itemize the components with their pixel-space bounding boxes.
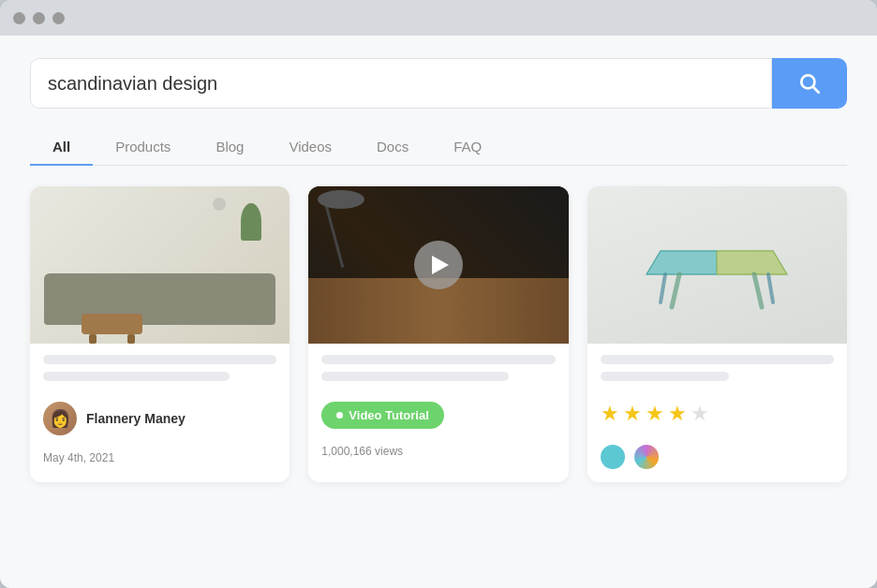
video-tag-label: Video Tutorial — [349, 408, 428, 422]
svg-line-8 — [768, 274, 773, 302]
author-name: Flannery Maney — [86, 411, 186, 426]
card-product[interactable]: ★ ★ ★ ★ ★ — [587, 186, 847, 482]
content-area: All Products Blog Videos Docs FAQ — [0, 36, 877, 588]
svg-marker-4 — [717, 251, 787, 274]
tab-docs[interactable]: Docs — [354, 129, 431, 166]
lamp-decor — [205, 198, 233, 244]
search-icon — [797, 71, 822, 96]
card-2-views-row: 1,000,166 views — [308, 436, 568, 472]
stars-row: ★ ★ ★ ★ ★ — [601, 402, 834, 426]
play-icon — [432, 256, 449, 274]
browser-window: All Products Blog Videos Docs FAQ — [0, 0, 877, 588]
glass-table-svg — [632, 209, 801, 321]
card-2-body — [308, 344, 568, 402]
card-2-line-2 — [321, 372, 508, 381]
card-1-meta: 👩 Flannery Maney — [30, 402, 290, 448]
color-options — [601, 445, 834, 469]
tabs-row: All Products Blog Videos Docs FAQ — [30, 129, 847, 166]
svg-line-7 — [661, 274, 665, 302]
star-4: ★ — [668, 402, 687, 426]
star-3: ★ — [646, 402, 664, 426]
living-room-image — [30, 186, 290, 344]
window-dot-3 — [52, 12, 65, 24]
card-video[interactable]: Video Tutorial 1,000,166 views — [308, 186, 568, 482]
views-count: 1,000,166 views — [321, 445, 403, 458]
star-1: ★ — [601, 402, 619, 426]
search-input-wrapper[interactable] — [30, 58, 772, 109]
window-dot-1 — [13, 12, 25, 24]
card-3-image — [587, 186, 847, 344]
card-3-colors-row — [587, 434, 847, 482]
color-dot-teal[interactable] — [601, 445, 625, 469]
cards-grid: 👩 Flannery Maney May 4th, 2021 — [30, 186, 847, 482]
card-1-line-1 — [43, 355, 276, 364]
card-3-line-2 — [601, 372, 729, 381]
tag-dot — [336, 412, 343, 419]
card-3-line-1 — [601, 355, 834, 364]
tab-faq[interactable]: FAQ — [431, 129, 504, 166]
card-3-stars-row: ★ ★ ★ ★ ★ — [587, 402, 847, 434]
svg-line-5 — [672, 274, 679, 307]
play-button[interactable] — [414, 241, 463, 289]
author-info: Flannery Maney — [86, 411, 186, 426]
plant-decor — [241, 203, 261, 241]
card-2-line-1 — [321, 355, 555, 364]
tab-videos[interactable]: Videos — [266, 129, 354, 166]
sofa-decor — [44, 273, 275, 325]
video-tag: Video Tutorial — [321, 402, 443, 429]
tab-all[interactable]: All — [30, 129, 93, 166]
tab-blog[interactable]: Blog — [193, 129, 266, 166]
star-5: ★ — [691, 402, 709, 426]
video-lamp-head — [318, 190, 364, 209]
svg-marker-3 — [647, 251, 717, 274]
card-3-body — [587, 344, 847, 402]
color-dot-rainbow[interactable] — [634, 445, 659, 469]
table-decor — [82, 314, 142, 334]
window-dot-2 — [33, 12, 45, 24]
card-1-image — [30, 186, 290, 344]
card-2-image — [308, 186, 568, 344]
tab-products[interactable]: Products — [93, 129, 193, 166]
card-1-date-row: May 4th, 2021 — [30, 448, 290, 480]
search-row — [30, 58, 847, 109]
card-2-tag-row: Video Tutorial — [308, 402, 568, 436]
title-bar — [0, 0, 877, 36]
search-input[interactable] — [48, 73, 754, 95]
glass-table-image — [587, 186, 847, 344]
star-2: ★ — [623, 402, 642, 426]
svg-line-6 — [754, 274, 762, 307]
card-article[interactable]: 👩 Flannery Maney May 4th, 2021 — [30, 186, 290, 482]
card-1-line-2 — [43, 372, 230, 381]
article-date: May 4th, 2021 — [43, 451, 114, 464]
avatar: 👩 — [43, 402, 77, 435]
video-thumbnail — [308, 186, 568, 344]
svg-line-1 — [813, 87, 819, 93]
search-button[interactable] — [772, 58, 847, 109]
card-1-body — [30, 344, 290, 402]
